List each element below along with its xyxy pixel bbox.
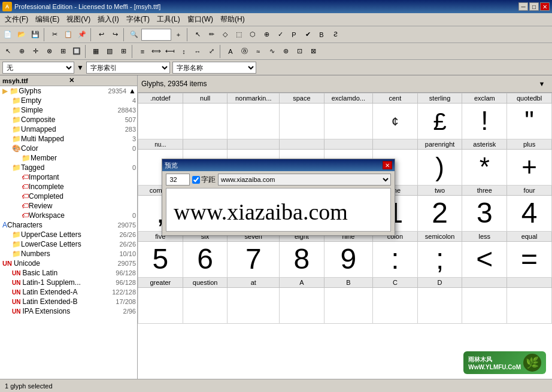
sidebar-item-workspace[interactable]: 🏷 Workspace 0: [0, 211, 137, 220]
glyph-cell[interactable]: =: [507, 242, 552, 278]
open-button[interactable]: 📂: [15, 28, 28, 41]
glyph-cell[interactable]: [228, 104, 280, 139]
cut-button[interactable]: ✂: [48, 28, 61, 41]
col-empty6[interactable]: [462, 278, 507, 288]
menu-window[interactable]: 窗口(W): [184, 13, 217, 26]
col-notdef[interactable]: .notdef: [138, 93, 183, 104]
glyph-cell[interactable]: 8: [280, 242, 324, 278]
col-empty5[interactable]: [373, 139, 418, 150]
copy-button[interactable]: 📋: [62, 28, 75, 41]
col-nu[interactable]: nu...: [138, 139, 183, 150]
col-three[interactable]: three: [462, 186, 507, 196]
tool2-4[interactable]: ⊗: [43, 45, 56, 58]
menu-view[interactable]: 视图(V): [63, 13, 94, 26]
preview-text-dropdown[interactable]: www.xiazaiba.com: [218, 174, 391, 186]
save-button[interactable]: 💾: [29, 28, 42, 41]
glyph-cell[interactable]: 4: [507, 196, 552, 232]
col-empty3[interactable]: [280, 139, 324, 150]
col-C[interactable]: C: [373, 278, 418, 288]
tool2-14[interactable]: ↔: [191, 45, 204, 58]
glyph-cell[interactable]: 7: [228, 242, 280, 278]
close-tab-button[interactable]: ✕: [69, 77, 135, 84]
sidebar-item-latin-ext-b[interactable]: UN Latin Extended-B 17/208: [0, 297, 137, 306]
sidebar-item-color[interactable]: 🎨 Color 0: [0, 144, 137, 153]
zoom-out-button[interactable]: 🔍: [128, 28, 141, 41]
sidebar-item-empty[interactable]: 📁 Empty 4: [0, 96, 137, 105]
tool8[interactable]: P: [287, 28, 301, 41]
zoom-in-button[interactable]: +: [172, 28, 185, 41]
sidebar-item-unmapped[interactable]: 📁 Unmapped 283: [0, 124, 137, 134]
glyph-cell[interactable]: [324, 104, 372, 139]
glyph-cell[interactable]: [462, 288, 507, 324]
sidebar-item-characters[interactable]: A Characters 29075: [0, 220, 137, 230]
menu-insert[interactable]: 插入(I): [94, 13, 122, 26]
col-empty7[interactable]: [507, 278, 552, 288]
tool2-16[interactable]: A: [224, 45, 237, 58]
sidebar-item-review[interactable]: 🏷 Review: [0, 201, 137, 211]
col-cent[interactable]: cent: [373, 93, 418, 104]
sidebar-item-lowercase[interactable]: 📁 LowerCase Letters 26/26: [0, 239, 137, 249]
col-equal[interactable]: equal: [507, 232, 552, 242]
tool10[interactable]: B: [315, 28, 328, 41]
dropdown-left[interactable]: 无: [2, 62, 74, 74]
tool9[interactable]: ✔: [301, 28, 314, 41]
tool3[interactable]: ◇: [219, 28, 232, 41]
glyph-cell[interactable]: [507, 288, 552, 324]
glyph-cell[interactable]: [183, 288, 228, 324]
tool5[interactable]: ⬡: [246, 28, 259, 41]
col-exclamdo[interactable]: exclamdo...: [324, 93, 372, 104]
tool2-5[interactable]: ⊞: [56, 45, 69, 58]
col-quotedbl[interactable]: quotedbl: [507, 93, 552, 104]
col-empty4[interactable]: [324, 139, 372, 150]
new-button[interactable]: 📄: [1, 28, 14, 41]
glyph-cell[interactable]: <: [462, 242, 507, 278]
undo-button[interactable]: ↩: [95, 28, 108, 41]
sidebar-item-glyphs[interactable]: ▶ 📁 Glyphs 29354 ▲: [0, 86, 137, 96]
col-semicolon[interactable]: semicolon: [417, 232, 462, 242]
glyph-cell[interactable]: [228, 288, 280, 324]
menu-edit[interactable]: 编辑(E): [32, 13, 63, 26]
zoom-input[interactable]: 32: [141, 29, 171, 41]
sidebar-item-member[interactable]: 📁 Member: [0, 153, 137, 163]
preview-size-input[interactable]: [166, 174, 190, 186]
glyph-cell[interactable]: ): [417, 150, 462, 186]
tool2-7[interactable]: ▦: [89, 45, 102, 58]
sidebar-item-ipa[interactable]: UN IPA Extensions 2/96: [0, 306, 137, 316]
glyph-cell[interactable]: [138, 288, 183, 324]
tool2-15[interactable]: ⤢: [205, 45, 218, 58]
tool2-19[interactable]: ∿: [265, 45, 278, 58]
sidebar-item-unicode[interactable]: UN Unicode 29075: [0, 259, 137, 268]
preview-close-button[interactable]: ✕: [383, 161, 392, 169]
col-greater[interactable]: greater: [138, 278, 183, 288]
glyph-cell[interactable]: [183, 104, 228, 139]
tool2-22[interactable]: ⊠: [307, 45, 320, 58]
sidebar-item-important[interactable]: 🏷 Important: [0, 172, 137, 182]
col-nonmarking[interactable]: nonmarkin...: [228, 93, 280, 104]
glyph-cell[interactable]: ¢: [373, 104, 418, 139]
glyph-cell[interactable]: +: [507, 150, 552, 186]
tool11[interactable]: Ƨ: [329, 28, 342, 41]
col-asterisk[interactable]: asterisk: [462, 139, 507, 150]
glyph-cell[interactable]: 3: [462, 196, 507, 232]
tool4[interactable]: ⬚: [232, 28, 245, 41]
col-less[interactable]: less: [462, 232, 507, 242]
menu-tools[interactable]: 工具(L): [153, 13, 184, 26]
dropdown-right[interactable]: 字形名称: [172, 62, 256, 74]
sidebar-item-numbers[interactable]: 📁 Numbers 10/10: [0, 249, 137, 259]
col-A[interactable]: A: [280, 278, 324, 288]
glyph-cell[interactable]: [280, 288, 324, 324]
tool2-10[interactable]: ≡: [136, 45, 149, 58]
col-null[interactable]: null: [183, 93, 228, 104]
dropdown-mid[interactable]: 字形索引: [86, 62, 170, 74]
menu-font[interactable]: 字体(T): [123, 13, 153, 26]
glyph-cell[interactable]: £: [417, 104, 462, 139]
glyph-cell[interactable]: 5: [138, 242, 183, 278]
glyph-cell[interactable]: 9: [324, 242, 372, 278]
sidebar-item-uppercase[interactable]: 📁 UpperCase Letters 26/26: [0, 230, 137, 239]
tool2-20[interactable]: ⊛: [279, 45, 292, 58]
glyph-cell[interactable]: ": [507, 104, 552, 139]
tool2-9[interactable]: ⊞: [117, 45, 130, 58]
col-two[interactable]: two: [417, 186, 462, 196]
col-parenright[interactable]: parenright: [417, 139, 462, 150]
sidebar-item-basic-latin[interactable]: UN Basic Latin 96/128: [0, 268, 137, 278]
